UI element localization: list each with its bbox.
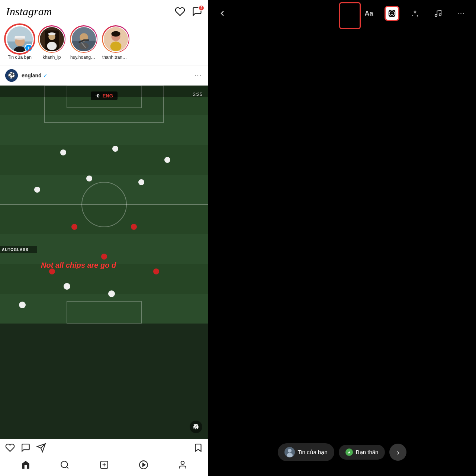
story-top-bar: Aa: [208, 0, 476, 27]
story-tools: Aa: [361, 6, 469, 21]
mute-button[interactable]: [190, 421, 202, 433]
story-thanh[interactable]: thanh.tranggg: [102, 25, 129, 60]
sticker-icon: [388, 9, 396, 17]
ban-than-chip[interactable]: ★ Bạn thân: [339, 445, 385, 460]
thanh-avatar-svg: [104, 26, 128, 52]
video-time: 3:25: [193, 91, 202, 97]
svg-point-53: [108, 290, 115, 297]
svg-point-42: [153, 268, 159, 274]
svg-rect-68: [389, 10, 395, 17]
mute-icon: [193, 424, 199, 430]
messenger-button[interactable]: 2: [192, 6, 202, 17]
heart-icon: [175, 6, 185, 17]
profile-icon: [178, 460, 187, 470]
score-team: ENG: [103, 93, 113, 99]
svg-point-41: [101, 254, 107, 260]
svg-point-49: [112, 146, 118, 152]
home-nav-button[interactable]: [20, 460, 31, 470]
svg-point-76: [287, 453, 293, 457]
search-nav-button[interactable]: [60, 460, 70, 470]
effects-tool-button[interactable]: [408, 6, 422, 21]
text-tool-button[interactable]: Aa: [361, 6, 376, 21]
music-tool-button[interactable]: [431, 6, 446, 21]
svg-point-45: [34, 187, 40, 193]
svg-text:Not all chips are go  d: Not all chips are go d: [41, 261, 116, 269]
save-icon: [193, 443, 203, 453]
stories-row: + Tin của bạn: [0, 22, 208, 65]
svg-point-70: [391, 13, 392, 13]
share-icon: [36, 443, 46, 453]
post-actions-left: [5, 443, 46, 453]
huy-ring: [70, 25, 97, 53]
comment-button[interactable]: [21, 443, 30, 453]
messenger-badge: 2: [198, 5, 205, 11]
sticker-tool-button[interactable]: [385, 6, 399, 21]
svg-text:⚽: ⚽: [8, 72, 15, 79]
thanh-ring: [102, 25, 129, 53]
svg-rect-28: [0, 115, 208, 145]
notifications-button[interactable]: [175, 6, 185, 17]
back-icon: [218, 9, 227, 18]
verified-icon: ✓: [43, 73, 48, 78]
my-story-avatar-wrap: +: [6, 25, 33, 53]
like-icon: [5, 443, 15, 453]
text-tool-label: Aa: [364, 10, 373, 17]
svg-point-71: [392, 13, 393, 13]
huy-avatar-svg: [72, 26, 96, 52]
post-username-wrap: england ✓: [22, 73, 48, 78]
huy-avatar: [71, 26, 97, 52]
post-menu-button[interactable]: ⋯: [193, 70, 203, 81]
profile-nav-button[interactable]: [177, 460, 188, 470]
svg-point-51: [19, 302, 26, 308]
instagram-header: Instagram 2: [0, 0, 208, 22]
reels-nav-button[interactable]: [138, 460, 149, 470]
khanh-avatar-wrap: [38, 25, 65, 53]
svg-rect-30: [0, 175, 208, 205]
post-header: ⚽ england ✓ ⋯: [0, 65, 208, 86]
ban-than-star-icon: ★: [345, 448, 353, 456]
england-post: ⚽ england ✓ ⋯: [0, 65, 208, 455]
svg-point-22: [111, 31, 120, 37]
thanh-label: thanh.tranggg: [102, 55, 129, 60]
save-button[interactable]: [193, 443, 203, 453]
huy-label: huy.hoangg.t36: [70, 55, 97, 60]
svg-point-73: [439, 14, 441, 16]
search-icon: [60, 460, 70, 470]
add-icon: [99, 460, 109, 470]
svg-point-46: [86, 176, 92, 181]
svg-point-47: [138, 179, 144, 185]
svg-rect-31: [0, 205, 208, 234]
right-panel: Aa: [208, 0, 476, 476]
post-avatar[interactable]: ⚽: [5, 69, 18, 82]
story-huy[interactable]: huy.hoangg.t36: [70, 25, 97, 60]
svg-point-50: [164, 157, 170, 163]
svg-line-61: [67, 467, 68, 469]
thanh-avatar: [103, 26, 129, 52]
like-button[interactable]: [5, 443, 15, 453]
more-tools-button[interactable]: ···: [454, 6, 469, 21]
reels-icon: [139, 460, 148, 470]
add-nav-button[interactable]: [99, 460, 109, 470]
story-back-button[interactable]: [216, 7, 229, 20]
add-story-button[interactable]: +: [25, 44, 33, 52]
share-button[interactable]: [36, 443, 46, 453]
my-story-item[interactable]: + Tin của bạn: [6, 25, 33, 60]
svg-point-60: [61, 461, 68, 467]
khanh-label: khanh_lp: [43, 55, 61, 60]
music-icon: [434, 9, 442, 17]
tin-cua-ban-avatar: [284, 447, 295, 457]
svg-point-72: [435, 15, 437, 17]
svg-point-75: [288, 449, 292, 453]
thanh-avatar-wrap: [102, 25, 129, 53]
post-user: ⚽ england ✓: [5, 69, 48, 82]
post-actions: [0, 439, 208, 455]
svg-marker-66: [142, 463, 145, 467]
tin-cua-ban-chip[interactable]: Tin của bạn: [278, 443, 334, 461]
svg-point-67: [181, 461, 184, 464]
story-next-button[interactable]: ›: [389, 444, 406, 461]
svg-point-48: [60, 149, 66, 155]
svg-point-40: [49, 268, 55, 274]
khanh-avatar-svg: [40, 26, 64, 52]
story-khanh[interactable]: khanh_lp: [38, 25, 65, 60]
khanh-ring: [38, 25, 65, 53]
